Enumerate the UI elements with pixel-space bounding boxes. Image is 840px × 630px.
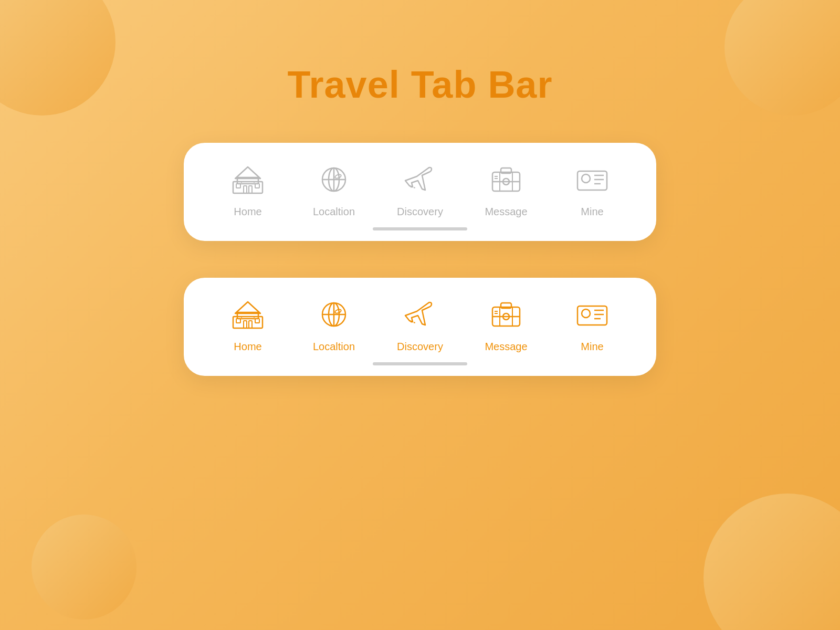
svg-marker-32 [235,302,260,313]
message-icon-active [485,293,527,335]
location-icon [313,159,355,201]
mine-icon [571,159,613,201]
tab-message-active-label: Message [485,341,527,353]
svg-point-45 [334,309,341,314]
tab-home-inactive-label: Home [234,206,261,218]
tab-location-inactive-label: Localtion [313,206,355,218]
tab-discovery-active[interactable]: Discovery [388,293,452,353]
message-icon [485,159,527,201]
tab-location-inactive[interactable]: Localtion [302,159,365,218]
tab-message-inactive-label: Message [485,206,527,218]
tab-discovery-inactive[interactable]: Discovery [388,159,452,218]
svg-marker-2 [235,167,260,178]
tab-mine-inactive-label: Mine [581,206,603,218]
home-icon [227,159,269,201]
decorative-circle-bottom-left [32,514,136,620]
tab-location-active[interactable]: Localtion [302,293,365,353]
home-icon-active [227,293,269,335]
tab-message-inactive[interactable]: Message [475,159,538,218]
decorative-circle-top-right [724,0,840,116]
tab-discovery-active-label: Discovery [397,341,443,353]
svg-rect-3 [244,186,247,193]
svg-rect-4 [249,186,252,193]
tab-home-active-label: Home [234,341,261,353]
discovery-icon [399,159,441,201]
svg-rect-33 [244,321,247,328]
location-icon-active [313,293,355,335]
tab-location-active-label: Localtion [313,341,355,353]
tab-mine-active[interactable]: Mine [561,293,624,353]
tab-home-active[interactable]: Home [216,293,279,353]
svg-point-56 [582,309,590,318]
tab-mine-inactive[interactable]: Mine [561,159,624,218]
page-title: Travel Tab Bar [288,63,553,106]
home-indicator-active [373,362,467,365]
tab-home-inactive[interactable]: Home [216,159,279,218]
mine-icon-active [571,293,613,335]
svg-rect-34 [249,321,252,328]
tab-discovery-inactive-label: Discovery [397,206,443,218]
decorative-circle-top-left [0,0,116,116]
tabbar-active: Home Localtion [184,278,656,376]
discovery-icon-active [399,293,441,335]
svg-point-26 [582,174,590,183]
tab-message-active[interactable]: Message [475,293,538,353]
tabbar-inactive: Home Localtion [184,143,656,241]
decorative-circle-bottom-right [704,494,840,630]
home-indicator-inactive [373,227,467,230]
tab-mine-active-label: Mine [581,341,603,353]
svg-point-15 [334,174,341,179]
